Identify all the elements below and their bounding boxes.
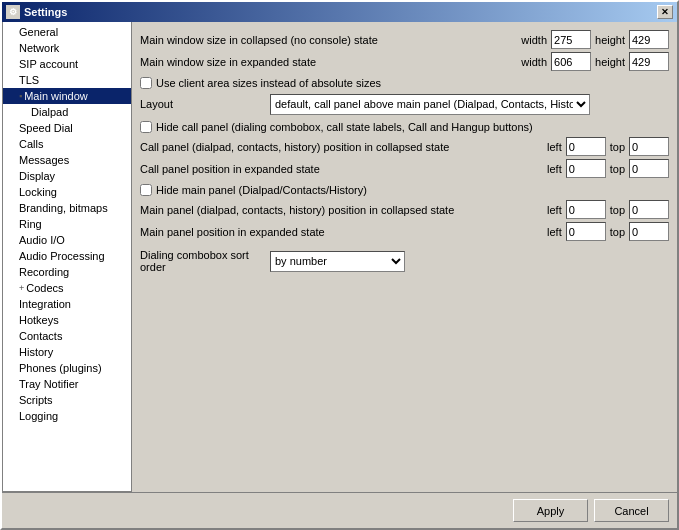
call-panel-collapsed-row: Call panel (dialpad, contacts, history) …	[140, 137, 669, 156]
bottom-bar: Apply Cancel	[2, 492, 677, 528]
sidebar-item-main-window[interactable]: ▪ Main window	[3, 88, 131, 104]
title-bar: ⚙ Settings ✕	[2, 2, 677, 22]
collapsed-width-label: width	[521, 34, 547, 46]
sidebar-item-scripts[interactable]: Scripts	[3, 392, 131, 408]
expand-icon-main-window: ▪	[19, 91, 22, 101]
sidebar-label-display: Display	[19, 170, 55, 182]
sidebar-item-ring[interactable]: Ring	[3, 216, 131, 232]
main-panel-expanded-fields: left top	[547, 222, 669, 241]
sidebar-item-hotkeys[interactable]: Hotkeys	[3, 312, 131, 328]
sidebar-item-logging[interactable]: Logging	[3, 408, 131, 424]
sidebar-item-audio-processing[interactable]: Audio Processing	[3, 248, 131, 264]
settings-icon: ⚙	[6, 5, 20, 19]
sidebar-item-speed-dial[interactable]: Speed Dial	[3, 120, 131, 136]
sidebar-item-integration[interactable]: Integration	[3, 296, 131, 312]
hide-main-panel-label: Hide main panel (Dialpad/Contacts/Histor…	[156, 184, 367, 196]
sidebar-label-messages: Messages	[19, 154, 69, 166]
use-client-area-row: Use client area sizes instead of absolut…	[140, 77, 669, 89]
apply-button[interactable]: Apply	[513, 499, 588, 522]
call-panel-expanded-row: Call panel position in expanded state le…	[140, 159, 669, 178]
sidebar-label-main-window: Main window	[24, 90, 88, 102]
layout-select[interactable]: default, call panel above main panel (Di…	[270, 94, 590, 115]
sidebar-item-tls[interactable]: TLS	[3, 72, 131, 88]
sidebar-label-locking: Locking	[19, 186, 57, 198]
sidebar-item-tray-notifier[interactable]: Tray Notifier	[3, 376, 131, 392]
main-panel-expanded-left-input[interactable]	[566, 222, 606, 241]
expanded-width-input[interactable]	[551, 52, 591, 71]
main-panel-expanded-row: Main panel position in expanded state le…	[140, 222, 669, 241]
collapsed-height-input[interactable]	[629, 30, 669, 49]
main-panel-expanded-label: Main panel position in expanded state	[140, 226, 547, 238]
collapsed-height-label: height	[595, 34, 625, 46]
collapsed-width-input[interactable]	[551, 30, 591, 49]
call-panel-expanded-left-input[interactable]	[566, 159, 606, 178]
expanded-size-label: Main window size in expanded state	[140, 56, 316, 68]
sidebar-item-phones[interactable]: Phones (plugins)	[3, 360, 131, 376]
sidebar-item-audio-io[interactable]: Audio I/O	[3, 232, 131, 248]
call-panel-collapsed-label: Call panel (dialpad, contacts, history) …	[140, 141, 547, 153]
dialing-sort-select[interactable]: by number by name	[270, 251, 405, 272]
call-panel-expanded-fields: left top	[547, 159, 669, 178]
main-panel-collapsed-row: Main panel (dialpad, contacts, history) …	[140, 200, 669, 219]
sidebar-label-ring: Ring	[19, 218, 42, 230]
sidebar-item-dialpad[interactable]: Dialpad	[3, 104, 131, 120]
dialing-sort-row: Dialing combobox sort order by number by…	[140, 249, 669, 273]
main-panel-collapsed-fields: left top	[547, 200, 669, 219]
collapsed-size-row: Main window size in collapsed (no consol…	[140, 30, 669, 49]
sidebar-item-recording[interactable]: Recording	[3, 264, 131, 280]
sidebar-label-speed-dial: Speed Dial	[19, 122, 73, 134]
collapsed-size-fields: width height	[521, 30, 669, 49]
main-panel-expanded-top-label: top	[610, 226, 625, 238]
main-panel-collapsed-top-label: top	[610, 204, 625, 216]
sidebar-label-recording: Recording	[19, 266, 69, 278]
sidebar-label-branding: Branding, bitmaps	[19, 202, 108, 214]
sidebar-label-logging: Logging	[19, 410, 58, 422]
sidebar-item-general[interactable]: General	[3, 24, 131, 40]
sidebar-item-history[interactable]: History	[3, 344, 131, 360]
expanded-height-label: height	[595, 56, 625, 68]
sidebar-label-contacts: Contacts	[19, 330, 62, 342]
hide-call-panel-row: Hide call panel (dialing combobox, call …	[140, 121, 669, 133]
sidebar-item-messages[interactable]: Messages	[3, 152, 131, 168]
call-panel-expanded-top-input[interactable]	[629, 159, 669, 178]
main-panel-expanded-top-input[interactable]	[629, 222, 669, 241]
main-panel-collapsed-left-input[interactable]	[566, 200, 606, 219]
call-panel-collapsed-fields: left top	[547, 137, 669, 156]
call-panel-collapsed-top-input[interactable]	[629, 137, 669, 156]
call-panel-collapsed-top-label: top	[610, 141, 625, 153]
main-panel-collapsed-top-input[interactable]	[629, 200, 669, 219]
sidebar-item-display[interactable]: Display	[3, 168, 131, 184]
sidebar-label-calls: Calls	[19, 138, 43, 150]
call-panel-expanded-label: Call panel position in expanded state	[140, 163, 547, 175]
call-panel-expanded-left-label: left	[547, 163, 562, 175]
expanded-size-row: Main window size in expanded state width…	[140, 52, 669, 71]
collapsed-size-label: Main window size in collapsed (no consol…	[140, 34, 378, 46]
hide-call-panel-checkbox[interactable]	[140, 121, 152, 133]
use-client-area-checkbox[interactable]	[140, 77, 152, 89]
sidebar-item-codecs[interactable]: + Codecs	[3, 280, 131, 296]
close-button[interactable]: ✕	[657, 5, 673, 19]
layout-row: Layout default, call panel above main pa…	[140, 93, 669, 115]
cancel-button[interactable]: Cancel	[594, 499, 669, 522]
sidebar-item-contacts[interactable]: Contacts	[3, 328, 131, 344]
main-panel-collapsed-left-label: left	[547, 204, 562, 216]
main-panel: Main window size in collapsed (no consol…	[132, 22, 677, 492]
hide-main-panel-row: Hide main panel (Dialpad/Contacts/Histor…	[140, 184, 669, 196]
hide-main-panel-checkbox[interactable]	[140, 184, 152, 196]
sidebar-label-network: Network	[19, 42, 59, 54]
sidebar-label-tls: TLS	[19, 74, 39, 86]
sidebar: General Network SIP account TLS ▪ Main w…	[2, 22, 132, 492]
sidebar-item-branding[interactable]: Branding, bitmaps	[3, 200, 131, 216]
call-panel-collapsed-left-input[interactable]	[566, 137, 606, 156]
sidebar-item-network[interactable]: Network	[3, 40, 131, 56]
use-client-area-label: Use client area sizes instead of absolut…	[156, 77, 381, 89]
sidebar-label-integration: Integration	[19, 298, 71, 310]
sidebar-item-sip-account[interactable]: SIP account	[3, 56, 131, 72]
sidebar-label-audio-io: Audio I/O	[19, 234, 65, 246]
window-title: Settings	[24, 6, 67, 18]
expand-icon-codecs: +	[19, 283, 24, 293]
sidebar-label-hotkeys: Hotkeys	[19, 314, 59, 326]
sidebar-item-locking[interactable]: Locking	[3, 184, 131, 200]
expanded-height-input[interactable]	[629, 52, 669, 71]
sidebar-item-calls[interactable]: Calls	[3, 136, 131, 152]
